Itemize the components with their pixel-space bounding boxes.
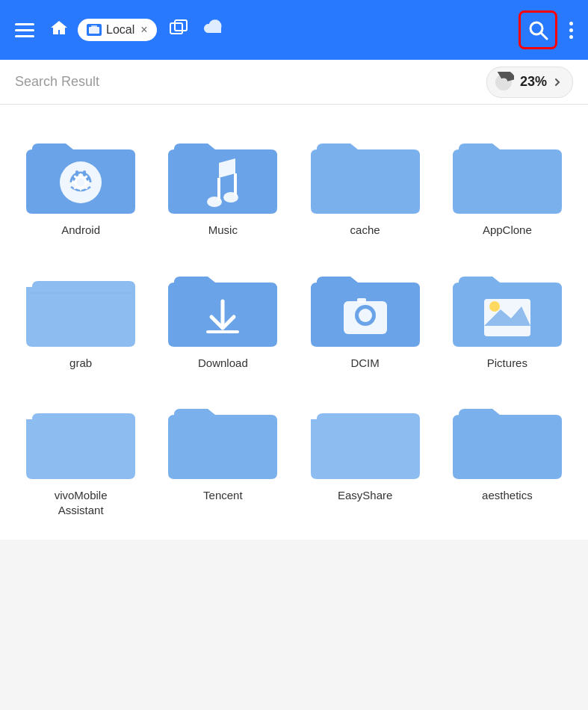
tabs-icon[interactable] <box>166 16 191 45</box>
folder-cache[interactable]: cache <box>297 120 434 245</box>
folder-pictures[interactable]: Pictures <box>439 253 576 378</box>
svg-rect-11 <box>75 170 78 176</box>
folder-vivomobile[interactable]: vivoMobileAssistant <box>12 385 149 525</box>
folder-cache-label: cache <box>350 223 380 238</box>
folder-easyshare[interactable]: EasyShare <box>297 385 434 525</box>
folder-grid: Android Music cache <box>0 105 588 540</box>
svg-line-5 <box>541 33 547 39</box>
folder-easyshare-label: EasyShare <box>338 488 392 503</box>
folder-music-label: Music <box>208 223 238 238</box>
folder-dcim-label: DCIM <box>350 356 379 371</box>
folder-dcim[interactable]: DCIM <box>297 253 434 378</box>
folder-aesthetics[interactable]: aesthetics <box>439 385 576 525</box>
folder-music-icon <box>167 127 279 217</box>
folder-tencent-icon <box>167 392 279 482</box>
folder-download-label: Download <box>198 356 248 371</box>
svg-point-18 <box>223 192 238 203</box>
svg-point-25 <box>359 309 372 322</box>
folder-appclone-label: AppClone <box>483 223 532 238</box>
folder-appclone-icon <box>451 127 563 217</box>
svg-rect-1 <box>91 25 97 28</box>
search-button[interactable] <box>519 10 557 49</box>
folder-aesthetics-label: aesthetics <box>482 488 533 503</box>
folder-tencent[interactable]: Tencent <box>154 385 291 525</box>
storage-pie-chart <box>493 72 514 93</box>
svg-point-28 <box>489 301 500 312</box>
folder-vivomobile-label: vivoMobileAssistant <box>55 488 108 517</box>
storage-percent-text: 23% <box>520 74 547 90</box>
folder-android[interactable]: Android <box>12 120 149 245</box>
svg-rect-2 <box>170 23 182 34</box>
folder-dcim-icon <box>309 260 421 350</box>
app-header: Local × <box>0 0 588 60</box>
cloud-icon[interactable] <box>200 16 229 45</box>
hamburger-menu-button[interactable] <box>12 20 37 40</box>
folder-music[interactable]: Music <box>154 120 291 245</box>
folder-android-icon <box>25 127 137 217</box>
storage-badge[interactable]: 23% <box>486 67 573 98</box>
svg-point-8 <box>60 161 102 203</box>
folder-download[interactable]: Download <box>154 253 291 378</box>
subheader: Search Result 23% <box>0 60 588 105</box>
folder-pictures-icon <box>451 260 563 350</box>
svg-rect-3 <box>175 20 187 31</box>
folder-download-icon <box>167 260 279 350</box>
local-tab-icon <box>87 24 102 36</box>
local-tab-label: Local <box>106 23 134 37</box>
folder-cache-icon <box>309 127 421 217</box>
svg-rect-0 <box>89 27 99 34</box>
folder-easyshare-icon <box>309 392 421 482</box>
folder-grab-label: grab <box>69 356 92 371</box>
folder-appclone[interactable]: AppClone <box>439 120 576 245</box>
svg-rect-12 <box>83 170 86 176</box>
svg-point-17 <box>207 197 222 207</box>
folder-pictures-label: Pictures <box>487 356 527 371</box>
local-tab[interactable]: Local × <box>78 19 157 41</box>
folder-vivomobile-icon <box>25 392 137 482</box>
folder-aesthetics-icon <box>451 392 563 482</box>
svg-rect-26 <box>357 298 366 303</box>
more-options-icon[interactable] <box>566 19 576 42</box>
search-result-label: Search Result <box>15 74 486 90</box>
chevron-right-icon <box>553 78 562 87</box>
home-icon[interactable] <box>49 19 69 41</box>
local-tab-close[interactable]: × <box>140 23 147 37</box>
folder-grab[interactable]: grab <box>12 253 149 378</box>
folder-grab-icon <box>25 260 137 350</box>
folder-android-label: Android <box>61 223 100 238</box>
folder-tencent-label: Tencent <box>203 488 243 503</box>
